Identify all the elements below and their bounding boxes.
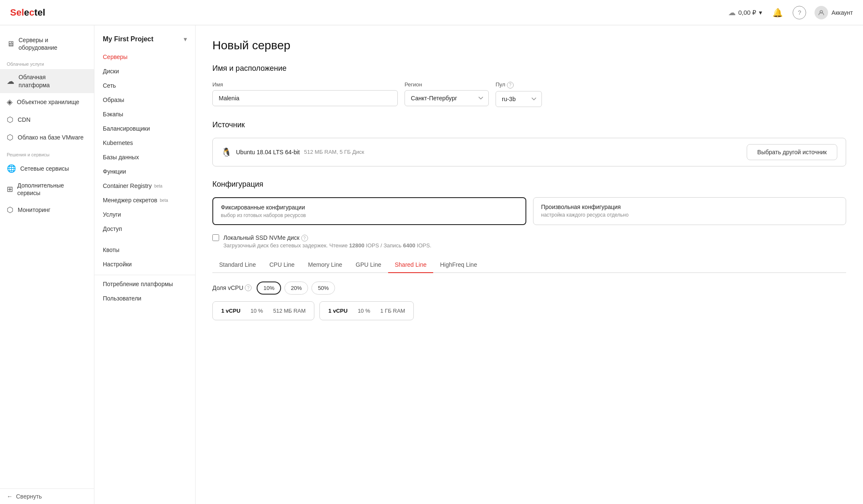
- card-0-share: 10 %: [251, 308, 263, 314]
- custom-config-title: Произвольная конфигурация: [541, 204, 838, 210]
- sidebar-cdn-label: CDN: [18, 116, 30, 123]
- balance-chevron: ▾: [759, 9, 762, 16]
- nav-item-quotas[interactable]: Квоты: [94, 243, 195, 257]
- vcpu-50-button[interactable]: 50%: [311, 281, 335, 295]
- nav-item-functions[interactable]: Функции: [94, 164, 195, 179]
- nav-item-services[interactable]: Услуги: [94, 207, 195, 222]
- ssd-help-icon[interactable]: ?: [301, 235, 308, 241]
- vcpu-row: Доля vCPU ? 10% 20% 50%: [212, 281, 846, 295]
- ssd-label: Локальный SSD NVMe диск: [223, 234, 300, 241]
- config-option-custom[interactable]: Произвольная конфигурация настройка кажд…: [533, 197, 846, 225]
- page-title: Новый сервер: [212, 39, 846, 52]
- nav-item-disks[interactable]: Диски: [94, 64, 195, 78]
- sidebar-left: 🖥 Серверы и оборудование Облачные услуги…: [0, 25, 94, 504]
- servers-icon: 🖥: [7, 40, 14, 48]
- sidebar-item-vmware[interactable]: ⬡ Облако на базе VMware: [0, 129, 94, 146]
- tab-shared[interactable]: Shared Line: [388, 257, 434, 273]
- sidebar-servers-label: Серверы и оборудование: [19, 36, 87, 51]
- region-label: Регион: [405, 81, 489, 88]
- source-section: 🐧 Ubuntu 18.04 LTS 64-bit 512 МБ RAM, 5 …: [212, 138, 846, 166]
- tab-highfreq[interactable]: HighFreq Line: [433, 257, 484, 273]
- server-card-1[interactable]: 1 vCPU 10 % 1 ГБ RAM: [319, 301, 414, 320]
- sidebar-item-monitoring[interactable]: ⬡ Мониторинг: [0, 201, 94, 219]
- server-name-input[interactable]: [212, 90, 398, 106]
- vcpu-label: Доля vCPU ?: [212, 284, 252, 291]
- vcpu-help-icon[interactable]: ?: [245, 284, 252, 291]
- fixed-config-title: Фиксированные конфигурации: [221, 204, 518, 211]
- project-header[interactable]: My First Project ▾: [94, 32, 195, 50]
- nav-item-servers[interactable]: Серверы: [94, 50, 195, 64]
- tab-memory[interactable]: Memory Line: [301, 257, 349, 273]
- ssd-label-container: Локальный SSD NVMe диск ? Загрузочный ди…: [223, 233, 432, 249]
- fixed-config-desc: выбор из готовых наборов ресурсов: [221, 212, 518, 218]
- vcpu-10-button[interactable]: 10%: [257, 281, 281, 295]
- ssd-desc: Загрузочный диск без сетевых задержек. Ч…: [223, 242, 432, 249]
- project-chevron: ▾: [184, 36, 187, 43]
- nav-item-consumption[interactable]: Потребление платформы: [94, 277, 195, 291]
- layout: 🖥 Серверы и оборудование Облачные услуги…: [0, 25, 863, 504]
- vcpu-options: 10% 20% 50%: [257, 281, 335, 295]
- nav-item-container[interactable]: Container Registry beta: [94, 179, 195, 193]
- config-option-fixed[interactable]: Фиксированные конфигурации выбор из гото…: [212, 197, 526, 225]
- sidebar-item-cdn[interactable]: ⬡ CDN: [0, 111, 94, 129]
- nav-item-users[interactable]: Пользователи: [94, 291, 195, 306]
- sidebar-cloud-label: Облачнаяплатформа: [19, 73, 50, 88]
- ubuntu-icon: 🐧: [221, 147, 232, 157]
- pool-select[interactable]: ru-3b: [496, 91, 542, 107]
- card-0-vcpu: 1 vCPU: [221, 308, 241, 314]
- cloud-section-label: Облачные услуги: [0, 56, 94, 69]
- region-select[interactable]: Санкт-Петербург: [405, 90, 489, 106]
- additional-icon: ⊞: [7, 185, 13, 194]
- nav-item-secrets[interactable]: Менеджер секретов beta: [94, 193, 195, 207]
- sidebar-item-additional[interactable]: ⊞ Дополнительные сервисы: [0, 177, 94, 201]
- arrow-left-icon: ←: [7, 493, 13, 500]
- config-section: Фиксированные конфигурации выбор из гото…: [212, 197, 846, 320]
- account-label: Аккаунт: [831, 9, 853, 16]
- pool-field-group: Пул ? ru-3b: [496, 81, 542, 107]
- logo[interactable]: Selectel: [10, 7, 45, 18]
- ssd-checkbox[interactable]: [212, 234, 219, 241]
- sidebar-item-object[interactable]: ◈ Объектное хранилище: [0, 93, 94, 111]
- config-options: Фиксированные конфигурации выбор из гото…: [212, 197, 846, 225]
- select-source-button[interactable]: Выбрать другой источник: [747, 144, 837, 160]
- nav-item-access[interactable]: Доступ: [94, 222, 195, 236]
- sidebar-item-servers[interactable]: 🖥 Серверы и оборудование: [0, 32, 94, 56]
- object-icon: ◈: [7, 97, 13, 107]
- sidebar-item-cloud[interactable]: ☁ Облачнаяплатформа: [0, 69, 94, 93]
- vmware-icon: ⬡: [7, 133, 13, 142]
- notification-icon[interactable]: 🔔: [771, 6, 784, 19]
- sidebar-network-label: Сетевые сервисы: [20, 165, 69, 172]
- pool-help-icon[interactable]: ?: [507, 82, 514, 88]
- balance-value: 0,00 ₽: [738, 9, 756, 16]
- vcpu-20-button[interactable]: 20%: [284, 281, 308, 295]
- collapse-label: Свернуть: [16, 493, 42, 500]
- source-os-name: Ubuntu 18.04 LTS 64-bit: [236, 149, 300, 155]
- main-content: Новый сервер Имя и расположение Имя Реги…: [196, 25, 863, 504]
- nav-item-backups[interactable]: Бэкапы: [94, 107, 195, 121]
- tab-cpu[interactable]: CPU Line: [263, 257, 301, 273]
- tab-standard[interactable]: Standard Line: [212, 257, 263, 273]
- collapse-button[interactable]: ← Свернуть: [0, 489, 94, 504]
- project-name: My First Project: [103, 35, 153, 43]
- help-icon[interactable]: ?: [793, 6, 806, 19]
- name-location-title: Имя и расположение: [212, 64, 846, 73]
- nav-item-databases[interactable]: Базы данных: [94, 150, 195, 164]
- sidebar-monitoring-label: Мониторинг: [18, 206, 51, 214]
- server-card-0[interactable]: 1 vCPU 10 % 512 МБ RAM: [212, 301, 314, 320]
- account-button[interactable]: Аккаунт: [815, 6, 853, 19]
- sidebar-item-network[interactable]: 🌐 Сетевые сервисы: [0, 160, 94, 177]
- nav-item-settings[interactable]: Настройки: [94, 257, 195, 271]
- tab-gpu[interactable]: GPU Line: [349, 257, 388, 273]
- custom-config-desc: настройка каждого ресурса отдельно: [541, 212, 838, 218]
- header: Selectel ☁ 0,00 ₽ ▾ 🔔 ? Аккаунт: [0, 0, 863, 25]
- name-region-row: Имя Регион Санкт-Петербург Пул ? ru-3b: [212, 81, 846, 107]
- region-field-group: Регион Санкт-Петербург: [405, 81, 489, 106]
- nav-item-network[interactable]: Сеть: [94, 78, 195, 93]
- balance-display[interactable]: ☁ 0,00 ₽ ▾: [728, 8, 762, 17]
- sidebar-project: My First Project ▾ Серверы Диски Сеть Об…: [94, 25, 196, 504]
- nav-item-balancers[interactable]: Балансировщики: [94, 121, 195, 136]
- monitoring-icon: ⬡: [7, 205, 13, 214]
- nav-item-images[interactable]: Образы: [94, 93, 195, 107]
- nav-item-kubernetes[interactable]: Kubernetes: [94, 136, 195, 150]
- ssd-checkbox-row: Локальный SSD NVMe диск ? Загрузочный ди…: [212, 233, 846, 249]
